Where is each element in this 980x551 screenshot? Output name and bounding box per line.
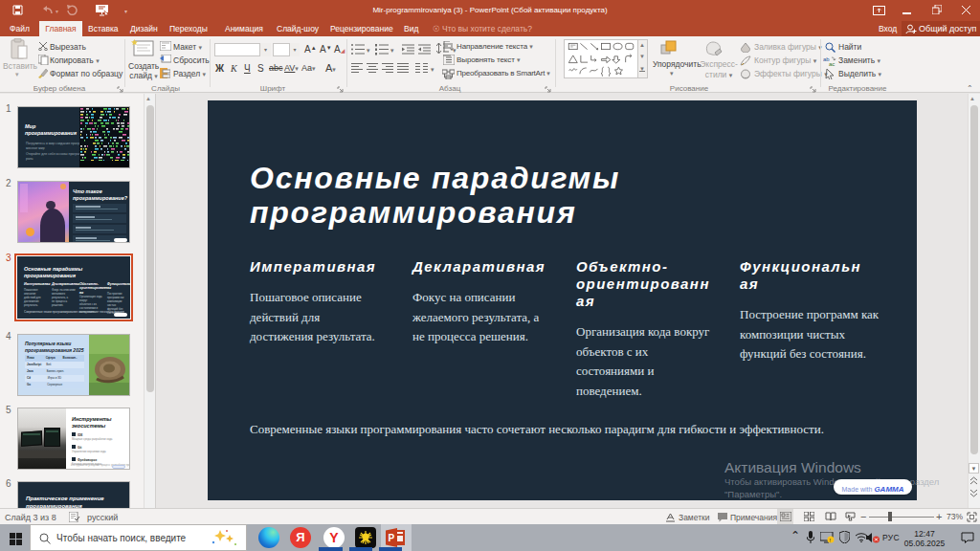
svg-text:ac: ac — [829, 61, 835, 66]
svg-text:P: P — [389, 533, 395, 543]
